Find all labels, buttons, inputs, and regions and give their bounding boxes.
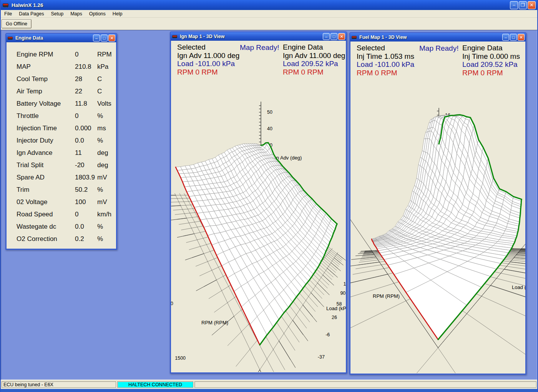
- engine-data-row: O2 Correction0.2%: [17, 233, 116, 245]
- svg-text:40: 40: [267, 126, 272, 131]
- selected-load: Load -101.00 kPa: [177, 60, 239, 68]
- close-button[interactable]: ✕: [518, 34, 525, 41]
- selected-rpm: RPM 0 RPM: [357, 69, 414, 77]
- engine-row-label: Battery Voltage: [17, 100, 75, 108]
- app-icon: [2, 2, 9, 8]
- menu-item-data-pages[interactable]: Data Pages: [15, 10, 47, 17]
- restore-button[interactable]: ❐: [519, 1, 527, 9]
- engine-row-value: 11: [75, 149, 97, 157]
- menu-bar: FileData PagesSetupMapsOptionsHelp: [1, 10, 537, 18]
- engine-data-table: Engine RPM0RPMMAP210.8kPaCool Temp28CAir…: [7, 42, 116, 245]
- engine-row-unit: %: [97, 186, 116, 194]
- status-connection: HALTECH CONNECTED: [117, 381, 193, 388]
- engine-row-value: 0: [75, 211, 97, 218]
- svg-text:RPM (RPM): RPM (RPM): [373, 293, 400, 299]
- engine-row-label: Wastegate dc: [17, 223, 75, 231]
- menu-item-setup[interactable]: Setup: [47, 10, 67, 17]
- engine-row-label: Throttle: [17, 112, 75, 120]
- menu-item-help[interactable]: Help: [109, 10, 126, 17]
- close-button[interactable]: ✕: [108, 35, 115, 42]
- engine-row-value: 0.0: [75, 223, 97, 231]
- engine-row-label: Air Temp: [17, 88, 75, 95]
- engine-row-unit: mV: [97, 198, 116, 206]
- engine-data-row: Battery Voltage11.8Volts: [17, 98, 116, 110]
- engine-row-value: 22: [75, 88, 97, 95]
- engine-data-titlebar[interactable]: Engine Data – □ ✕: [6, 34, 116, 42]
- ign-map-window: Ign Map 1 - 3D View – □ ✕ Selected Ign A…: [170, 32, 347, 374]
- engine-row-unit: ms: [97, 125, 116, 132]
- ign-map-titlebar[interactable]: Ign Map 1 - 3D View – □ ✕: [171, 32, 346, 41]
- app-title: HalwinX 1.26: [12, 2, 43, 8]
- svg-text:122: 122: [344, 281, 346, 287]
- fuel-map-header: Selected Inj Time 1.053 ms Load -101.00 …: [350, 42, 525, 80]
- svg-text:3000: 3000: [171, 301, 173, 306]
- ign-map-title: Ign Map 1 - 3D View: [180, 34, 224, 39]
- fuel-map-3d-surface[interactable]: 2468101214160150030004500600075009000105…: [350, 80, 525, 373]
- fuel-map-title: Fuel Map 1 - 3D View: [359, 35, 407, 40]
- maximize-button[interactable]: □: [101, 35, 108, 42]
- engine-row-unit: RPM: [97, 51, 116, 58]
- fuel-map-titlebar[interactable]: Fuel Map 1 - 3D View – □ ✕: [350, 33, 526, 42]
- engine-rpm: RPM 0 RPM: [462, 69, 520, 77]
- engine-row-value: 0.0: [75, 137, 97, 145]
- engine-row-value: 100: [75, 198, 97, 206]
- go-offline-button[interactable]: Go Offline: [2, 19, 32, 28]
- engine-data-row: Ign Advance11deg: [17, 147, 116, 159]
- engine-rpm: RPM 0 RPM: [283, 68, 345, 76]
- engine-data-row: Engine RPM0RPM: [17, 48, 116, 61]
- ecu-chip-icon: [7, 36, 13, 40]
- minimize-button[interactable]: –: [323, 33, 330, 40]
- engine-value: Ign Adv 11.000 deg: [283, 51, 345, 60]
- status-bar: ECU being tuned - E6X HALTECH CONNECTED: [1, 380, 537, 388]
- close-button[interactable]: ✕: [528, 1, 536, 9]
- engine-title: Engine Data: [462, 44, 520, 52]
- engine-row-label: Ign Advance: [17, 149, 75, 157]
- engine-row-unit: C: [97, 75, 116, 83]
- selected-value: Inj Time 1.053 ms: [357, 52, 414, 61]
- engine-row-label: Road Speed: [17, 211, 75, 218]
- engine-row-label: O2 Correction: [17, 235, 75, 243]
- menu-item-maps[interactable]: Maps: [67, 10, 86, 17]
- engine-row-unit: mV: [97, 174, 116, 181]
- engine-data-row: Air Temp22C: [17, 85, 116, 98]
- mdi-area: Engine Data – □ ✕ Engine RPM0RPMMAP210.8…: [1, 30, 537, 380]
- engine-data-row: Wastegate dc0.0%: [17, 221, 116, 233]
- engine-value: Inj Time 0.000 ms: [462, 52, 520, 61]
- selected-rpm: RPM 0 RPM: [177, 68, 239, 76]
- engine-row-label: Cool Temp: [17, 75, 75, 83]
- engine-row-value: 28: [75, 75, 97, 83]
- engine-row-unit: %: [97, 137, 116, 145]
- engine-data-row: Spare AD1803.9mV: [17, 171, 116, 184]
- minimize-button[interactable]: –: [93, 35, 100, 42]
- menu-item-file[interactable]: File: [1, 10, 15, 17]
- close-button[interactable]: ✕: [338, 33, 345, 40]
- engine-data-row: Trial Split-20deg: [17, 159, 116, 171]
- engine-row-unit: C: [97, 88, 116, 95]
- engine-data-row: MAP210.8kPa: [17, 61, 116, 73]
- engine-load: Load 209.52 kPa: [462, 60, 520, 69]
- engine-row-value: 0.2: [75, 235, 97, 243]
- maximize-button[interactable]: □: [330, 33, 337, 40]
- toolbar: Go Offline: [1, 18, 537, 30]
- maximize-button[interactable]: □: [510, 34, 517, 41]
- svg-text:RPM (RPM): RPM (RPM): [201, 320, 228, 326]
- menu-item-options[interactable]: Options: [86, 10, 109, 17]
- engine-load: Load 209.52 kPa: [283, 60, 345, 68]
- engine-data-row: 02 Voltage100mV: [17, 196, 116, 208]
- engine-data-title: Engine Data: [15, 35, 43, 41]
- engine-row-value: 210.8: [75, 63, 97, 71]
- selected-value: Ign Adv 11.000 deg: [177, 51, 239, 60]
- app-titlebar[interactable]: HalwinX 1.26 – ❐ ✕: [1, 0, 537, 10]
- ecu-chip-icon: [351, 35, 357, 40]
- engine-data-row: Injector Duty0.0%: [17, 135, 116, 147]
- taskbar-strip: [1, 389, 537, 392]
- minimize-button[interactable]: –: [510, 1, 518, 9]
- minimize-button[interactable]: –: [502, 34, 509, 41]
- engine-row-value: 0: [75, 51, 97, 58]
- engine-data-row: Cool Temp28C: [17, 73, 116, 85]
- status-extra: [194, 381, 536, 388]
- svg-text:Load (kPa): Load (kPa): [512, 284, 525, 290]
- svg-text:1500: 1500: [175, 355, 186, 361]
- engine-row-value: -20: [75, 161, 97, 169]
- ign-map-3d-surface[interactable]: 1020304050Ign Adv (deg)01500300045006000…: [171, 79, 346, 372]
